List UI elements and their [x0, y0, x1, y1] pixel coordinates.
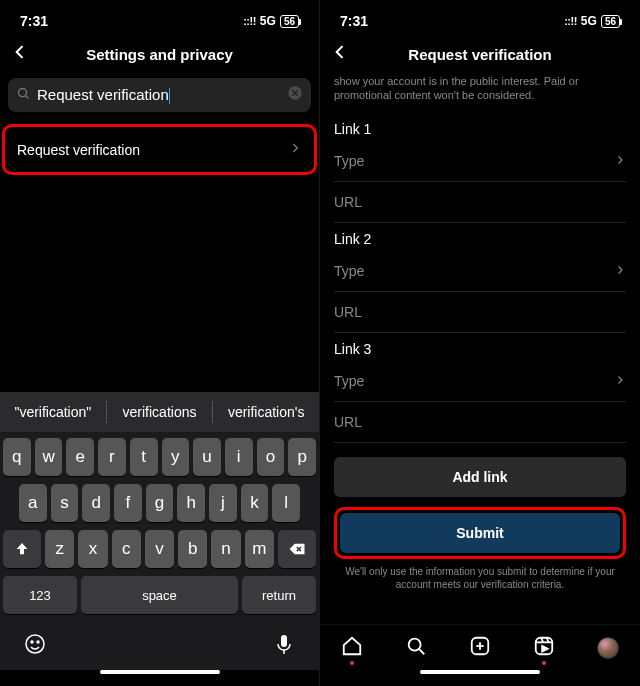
suggestion-1[interactable]: "verification" — [0, 404, 106, 420]
key-row-3: z x c v b n m — [3, 530, 316, 568]
back-button[interactable] — [330, 42, 350, 66]
key-a[interactable]: a — [19, 484, 47, 522]
back-button[interactable] — [10, 42, 30, 66]
key-p[interactable]: p — [288, 438, 316, 476]
key-t[interactable]: t — [130, 438, 158, 476]
tab-search[interactable] — [405, 635, 427, 661]
link1-type-field[interactable]: Type — [334, 141, 626, 182]
keyboard-suggestions: "verification" verifications verificatio… — [0, 392, 319, 432]
svg-point-5 — [37, 641, 39, 643]
mic-icon[interactable] — [272, 632, 296, 660]
result-label: Request verification — [17, 142, 140, 158]
key-v[interactable]: v — [145, 530, 174, 568]
key-return[interactable]: return — [242, 576, 316, 614]
type-label: Type — [334, 153, 364, 169]
status-bar: 7:31 ::!! 5G 56 — [0, 0, 319, 34]
key-space[interactable]: space — [81, 576, 238, 614]
battery-icon: 56 — [280, 15, 299, 28]
svg-rect-6 — [281, 635, 287, 647]
key-x[interactable]: x — [78, 530, 107, 568]
key-q[interactable]: q — [3, 438, 31, 476]
url-label: URL — [334, 304, 362, 320]
signal-icon: ::!! — [243, 15, 256, 27]
highlight-submit: Submit — [334, 507, 626, 559]
submit-button[interactable]: Submit — [340, 513, 620, 553]
key-f[interactable]: f — [114, 484, 142, 522]
key-c[interactable]: c — [112, 530, 141, 568]
description-text: show your account is in the public inter… — [334, 74, 626, 103]
tab-create[interactable] — [469, 635, 491, 661]
keyboard: q w e r t y u i o p a s d f g h j k l — [0, 432, 319, 670]
key-e[interactable]: e — [66, 438, 94, 476]
tab-home[interactable] — [341, 635, 363, 661]
highlight-result: Request verification — [2, 124, 317, 175]
url-label: URL — [334, 194, 362, 210]
signal-icon: ::!! — [564, 15, 577, 27]
keyboard-bottom — [3, 622, 316, 666]
key-l[interactable]: l — [272, 484, 300, 522]
type-label: Type — [334, 263, 364, 279]
key-u[interactable]: u — [193, 438, 221, 476]
url-label: URL — [334, 414, 362, 430]
key-shift[interactable] — [3, 530, 41, 568]
key-b[interactable]: b — [178, 530, 207, 568]
link3-url-field[interactable]: URL — [334, 402, 626, 443]
key-y[interactable]: y — [162, 438, 190, 476]
network-label: 5G — [260, 14, 276, 28]
tab-profile[interactable] — [597, 637, 619, 659]
add-link-button[interactable]: Add link — [334, 457, 626, 497]
clear-icon[interactable] — [287, 85, 303, 105]
key-w[interactable]: w — [35, 438, 63, 476]
right-screenshot: 7:31 ::!! 5G 56 Request verification sho… — [320, 0, 640, 686]
key-k[interactable]: k — [241, 484, 269, 522]
empty-area — [0, 179, 319, 392]
svg-point-3 — [26, 635, 44, 653]
svg-point-8 — [409, 638, 421, 650]
emoji-icon[interactable] — [23, 632, 47, 660]
key-r[interactable]: r — [98, 438, 126, 476]
type-label: Type — [334, 373, 364, 389]
status-bar: 7:31 ::!! 5G 56 — [320, 0, 640, 34]
key-m[interactable]: m — [245, 530, 274, 568]
suggestion-3[interactable]: verification's — [213, 404, 319, 420]
svg-point-4 — [31, 641, 33, 643]
page-title: Settings and privacy — [86, 46, 233, 63]
key-backspace[interactable] — [278, 530, 316, 568]
key-h[interactable]: h — [177, 484, 205, 522]
key-o[interactable]: o — [257, 438, 285, 476]
tab-reels[interactable] — [533, 635, 555, 661]
page-title: Request verification — [408, 46, 551, 63]
search-result-row[interactable]: Request verification — [5, 127, 314, 172]
key-d[interactable]: d — [82, 484, 110, 522]
key-g[interactable]: g — [146, 484, 174, 522]
link2-header: Link 2 — [334, 231, 626, 247]
key-s[interactable]: s — [51, 484, 79, 522]
link2-type-field[interactable]: Type — [334, 251, 626, 292]
navbar: Request verification — [320, 34, 640, 74]
status-right: ::!! 5G 56 — [564, 14, 620, 28]
home-indicator[interactable] — [0, 670, 319, 686]
search-icon — [16, 86, 31, 105]
svg-line-9 — [419, 648, 424, 653]
battery-icon: 56 — [601, 15, 620, 28]
search-input[interactable]: Request verification — [8, 78, 311, 112]
key-n[interactable]: n — [211, 530, 240, 568]
key-i[interactable]: i — [225, 438, 253, 476]
link2-url-field[interactable]: URL — [334, 292, 626, 333]
disclaimer-text: We'll only use the information you submi… — [334, 565, 626, 597]
key-z[interactable]: z — [45, 530, 74, 568]
link1-header: Link 1 — [334, 121, 626, 137]
key-j[interactable]: j — [209, 484, 237, 522]
chevron-right-icon — [614, 263, 626, 279]
key-123[interactable]: 123 — [3, 576, 77, 614]
link3-type-field[interactable]: Type — [334, 361, 626, 402]
chevron-right-icon — [614, 373, 626, 389]
svg-marker-17 — [542, 646, 548, 652]
home-indicator[interactable] — [320, 670, 640, 686]
left-screenshot: 7:31 ::!! 5G 56 Settings and privacy Req… — [0, 0, 320, 686]
suggestion-2[interactable]: verifications — [107, 404, 213, 420]
status-time: 7:31 — [340, 13, 368, 29]
key-row-4: 123 space return — [3, 576, 316, 614]
link1-url-field[interactable]: URL — [334, 182, 626, 223]
status-right: ::!! 5G 56 — [243, 14, 299, 28]
